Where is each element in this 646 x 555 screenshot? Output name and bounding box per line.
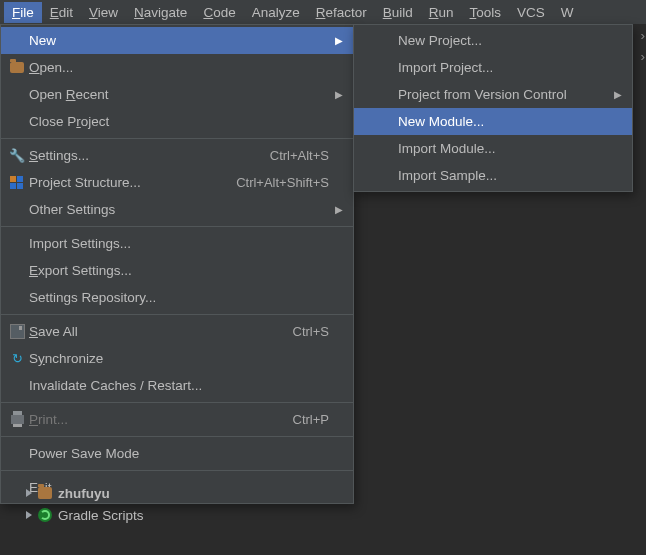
menu-item-label: Open Recent (29, 87, 329, 102)
separator (1, 436, 353, 437)
shortcut-label: Ctrl+S (293, 324, 329, 339)
folder-icon (38, 487, 52, 499)
menubar-item-refactor[interactable]: Refactor (308, 2, 375, 23)
shortcut-label: Ctrl+Alt+S (270, 148, 329, 163)
print-icon (7, 415, 27, 424)
menu-item-label: Settings Repository... (29, 290, 329, 305)
expand-arrow-icon (26, 511, 32, 519)
menu-item-label: Close Project (29, 114, 329, 129)
menubar-item-navigate[interactable]: Navigate (126, 2, 195, 23)
file-menu-item-invalidate-caches-restart[interactable]: Invalidate Caches / Restart... (1, 372, 353, 399)
new-submenu-item-new-project[interactable]: New Project... (354, 27, 632, 54)
new-submenu: New Project...Import Project...Project f… (353, 24, 633, 192)
menubar-item-code[interactable]: Code (195, 2, 243, 23)
menu-item-label: Synchronize (29, 351, 329, 366)
menu-item-label: Import Settings... (29, 236, 329, 251)
menu-item-label: Settings... (29, 148, 270, 163)
menu-item-label: Import Project... (398, 60, 608, 75)
menubar-item-tools[interactable]: Tools (462, 2, 510, 23)
tree-row-gradle[interactable]: Gradle Scripts (26, 504, 144, 526)
new-submenu-item-import-module[interactable]: Import Module... (354, 135, 632, 162)
submenu-arrow-icon: ▶ (329, 35, 343, 46)
menu-item-label: Save All (29, 324, 293, 339)
file-menu-item-import-settings[interactable]: Import Settings... (1, 230, 353, 257)
submenu-arrow-icon: ▶ (329, 89, 343, 100)
file-menu-item-new[interactable]: New▶ (1, 27, 353, 54)
scrollbar-hint: › › (641, 28, 646, 64)
shortcut-label: Ctrl+P (293, 412, 329, 427)
new-submenu-item-import-sample[interactable]: Import Sample... (354, 162, 632, 189)
new-submenu-item-new-module[interactable]: New Module... (354, 108, 632, 135)
file-menu-dropdown: New▶Open...Open Recent▶Close Project🔧Set… (0, 24, 354, 504)
new-submenu-item-import-project[interactable]: Import Project... (354, 54, 632, 81)
menu-item-label: Project from Version Control (398, 87, 608, 102)
menu-item-label: Invalidate Caches / Restart... (29, 378, 329, 393)
menubar: FileEditViewNavigateCodeAnalyzeRefactorB… (0, 0, 646, 25)
menubar-item-analyze[interactable]: Analyze (244, 2, 308, 23)
submenu-arrow-icon: ▶ (608, 89, 622, 100)
project-tree: zhufuyu Gradle Scripts (26, 482, 144, 526)
menu-item-label: New (29, 33, 329, 48)
menubar-item-view[interactable]: View (81, 2, 126, 23)
submenu-arrow-icon: ▶ (329, 204, 343, 215)
tree-row-zhufuyu[interactable]: zhufuyu (26, 482, 144, 504)
file-menu-item-save-all[interactable]: Save AllCtrl+S (1, 318, 353, 345)
folder-icon (7, 62, 27, 73)
disk-icon (7, 324, 27, 339)
file-menu-item-power-save-mode[interactable]: Power Save Mode (1, 440, 353, 467)
menu-item-label: New Module... (398, 114, 608, 129)
menu-item-label: Open... (29, 60, 329, 75)
wrench-icon: 🔧 (7, 149, 27, 162)
menu-item-label: Print... (29, 412, 293, 427)
menu-item-label: Import Sample... (398, 168, 608, 183)
tree-label: Gradle Scripts (58, 508, 144, 523)
menubar-item-w[interactable]: W (553, 2, 582, 23)
menubar-item-file[interactable]: File (4, 2, 42, 23)
file-menu-item-settings-repository[interactable]: Settings Repository... (1, 284, 353, 311)
separator (1, 314, 353, 315)
file-menu-item-open-recent[interactable]: Open Recent▶ (1, 81, 353, 108)
shortcut-label: Ctrl+Alt+Shift+S (236, 175, 329, 190)
file-menu-item-export-settings[interactable]: Export Settings... (1, 257, 353, 284)
expand-arrow-icon (26, 489, 32, 497)
file-menu-item-project-structure[interactable]: Project Structure...Ctrl+Alt+Shift+S (1, 169, 353, 196)
separator (1, 470, 353, 471)
file-menu-item-synchronize[interactable]: ↻Synchronize (1, 345, 353, 372)
sync-icon: ↻ (7, 352, 27, 365)
file-menu-item-close-project[interactable]: Close Project (1, 108, 353, 135)
tree-label: zhufuyu (58, 486, 110, 501)
menubar-item-vcs[interactable]: VCS (509, 2, 553, 23)
app-window: FileEditViewNavigateCodeAnalyzeRefactorB… (0, 0, 646, 555)
file-menu-item-other-settings[interactable]: Other Settings▶ (1, 196, 353, 223)
file-menu-item-print: Print...Ctrl+P (1, 406, 353, 433)
menu-item-label: Power Save Mode (29, 446, 329, 461)
separator (1, 402, 353, 403)
menu-item-label: Export Settings... (29, 263, 329, 278)
file-menu-item-open[interactable]: Open... (1, 54, 353, 81)
gradle-icon (38, 508, 52, 522)
file-menu-item-settings[interactable]: 🔧Settings...Ctrl+Alt+S (1, 142, 353, 169)
separator (1, 226, 353, 227)
separator (1, 138, 353, 139)
menubar-item-build[interactable]: Build (375, 2, 421, 23)
menu-item-label: Import Module... (398, 141, 608, 156)
menubar-item-edit[interactable]: Edit (42, 2, 81, 23)
new-submenu-item-project-from-version-control[interactable]: Project from Version Control▶ (354, 81, 632, 108)
menubar-item-run[interactable]: Run (421, 2, 462, 23)
menu-item-label: New Project... (398, 33, 608, 48)
struct-icon (7, 176, 27, 190)
menu-item-label: Other Settings (29, 202, 329, 217)
menu-item-label: Project Structure... (29, 175, 236, 190)
